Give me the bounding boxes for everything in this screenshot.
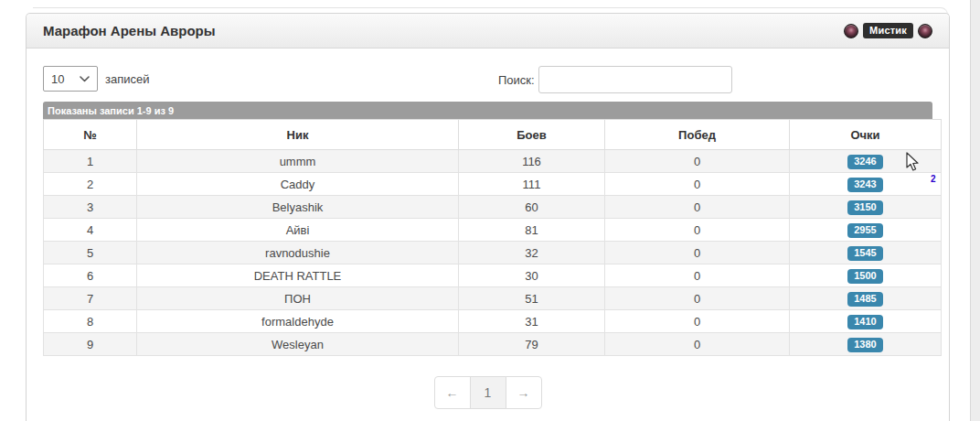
wins-cell: 0 bbox=[605, 150, 790, 173]
wins-cell: 0 bbox=[605, 310, 790, 333]
nick-cell: ravnodushie bbox=[137, 242, 459, 264]
battles-cell: 81 bbox=[459, 219, 605, 242]
points-cell: 2955 bbox=[790, 219, 942, 242]
mystic-orb-icon[interactable] bbox=[844, 24, 858, 38]
table-row: 8formaldehyde3101410 bbox=[44, 310, 942, 333]
nick-cell: DEATH RATTLE bbox=[137, 264, 459, 287]
next-page-button[interactable]: → bbox=[506, 376, 542, 409]
num-cell: 6 bbox=[44, 264, 137, 287]
num-cell: 3 bbox=[44, 196, 137, 219]
points-badge: 2955 bbox=[847, 223, 882, 238]
table-row: 4Айві8102955 bbox=[44, 219, 942, 242]
battles-cell: 116 bbox=[459, 150, 605, 173]
points-cell: 3150 bbox=[790, 196, 942, 219]
records-info-text: Показаны записи 1-9 из 9 bbox=[43, 105, 174, 116]
table-controls: 10 записей Поиск: bbox=[43, 66, 932, 93]
nick-cell: Caddy bbox=[137, 173, 459, 196]
table-row: 1ummm11603246 bbox=[44, 150, 942, 173]
points-badge: 3150 bbox=[847, 200, 882, 215]
points-badge: 1500 bbox=[847, 269, 882, 284]
nick-cell: ummm bbox=[137, 150, 459, 173]
wins-cell: 0 bbox=[605, 264, 790, 287]
column-header[interactable]: Ник bbox=[137, 120, 459, 150]
page-number-button[interactable]: 1 bbox=[470, 376, 506, 409]
wins-cell: 0 bbox=[605, 219, 790, 242]
records-info-bar: Показаны записи 1-9 из 9 bbox=[43, 102, 932, 119]
table-row: 9Wesleyan7901380 bbox=[44, 333, 942, 356]
chevron-down-icon bbox=[80, 76, 90, 82]
points-badge: 1545 bbox=[847, 246, 882, 261]
table-row: 2Caddy11103243 bbox=[44, 173, 942, 196]
battles-cell: 30 bbox=[459, 264, 605, 287]
battles-cell: 32 bbox=[459, 242, 605, 264]
panel-body: 10 записей Поиск: Показаны записи 1-9 из… bbox=[27, 66, 949, 409]
battles-cell: 31 bbox=[459, 310, 605, 333]
points-cell: 1380 bbox=[790, 333, 942, 356]
num-cell: 7 bbox=[44, 287, 137, 310]
wins-cell: 0 bbox=[605, 196, 790, 219]
points-cell: 1500 bbox=[790, 264, 942, 287]
battles-cell: 60 bbox=[459, 196, 605, 219]
points-cell: 1485 bbox=[790, 287, 942, 310]
page-size-select[interactable]: 10 bbox=[43, 66, 98, 92]
table-header-row: №НикБоевПобедОчки bbox=[44, 120, 942, 150]
column-header[interactable]: Боев bbox=[459, 120, 605, 150]
search-control: Поиск: bbox=[498, 66, 732, 93]
points-cell: 3243 bbox=[790, 173, 942, 196]
page-size-value: 10 bbox=[51, 72, 64, 86]
wins-cell: 0 bbox=[605, 173, 790, 196]
page-title: Марафон Арены Авроры bbox=[43, 23, 216, 38]
column-header[interactable]: Побед bbox=[605, 120, 790, 150]
wins-cell: 0 bbox=[605, 242, 790, 264]
leaderboard-table: №НикБоевПобедОчки 1ummm116032462Caddy111… bbox=[43, 119, 942, 356]
num-cell: 2 bbox=[44, 173, 137, 196]
num-cell: 9 bbox=[44, 333, 137, 356]
pagination: ← 1 → bbox=[43, 376, 932, 409]
column-header[interactable]: № bbox=[44, 120, 137, 150]
nick-cell: Айві bbox=[137, 219, 459, 242]
page-edge-strip bbox=[970, 0, 980, 421]
table-row: 5ravnodushie3201545 bbox=[44, 242, 942, 264]
points-cell: 1410 bbox=[790, 310, 942, 333]
nick-cell: formaldehyde bbox=[137, 310, 459, 333]
points-badge: 3243 bbox=[847, 178, 882, 192]
points-badge: 3246 bbox=[847, 155, 882, 169]
num-cell: 4 bbox=[44, 219, 137, 242]
superscript-link[interactable]: 2 bbox=[931, 174, 936, 184]
battles-cell: 79 bbox=[459, 333, 605, 356]
page-size-control: 10 записей bbox=[43, 66, 149, 92]
table-row: 3Belyashik6003150 bbox=[44, 196, 942, 219]
search-input[interactable] bbox=[538, 66, 732, 93]
nick-cell: Wesleyan bbox=[137, 333, 459, 356]
prev-page-button[interactable]: ← bbox=[434, 376, 471, 409]
panel-header-right: Мистик bbox=[844, 23, 932, 38]
table-row: 6DEATH RATTLE3001500 bbox=[44, 264, 942, 287]
num-cell: 8 bbox=[44, 310, 137, 333]
nick-cell: Belyashik bbox=[137, 196, 459, 219]
num-cell: 1 bbox=[44, 150, 137, 173]
points-badge: 1410 bbox=[847, 315, 882, 329]
column-header[interactable]: Очки bbox=[790, 120, 942, 150]
battles-cell: 51 bbox=[459, 287, 605, 310]
num-cell: 5 bbox=[44, 242, 137, 264]
wins-cell: 0 bbox=[605, 287, 790, 310]
table-row: 7ПОН5101485 bbox=[44, 287, 942, 310]
battles-cell: 111 bbox=[459, 173, 605, 196]
search-label: Поиск: bbox=[498, 73, 535, 87]
wins-cell: 0 bbox=[605, 333, 790, 356]
page-size-label: записей bbox=[105, 72, 149, 86]
marathon-panel: Марафон Арены Авроры Мистик 10 записей П… bbox=[26, 13, 950, 421]
mystic-badge[interactable]: Мистик bbox=[863, 23, 913, 38]
points-cell: 3246 bbox=[790, 150, 942, 173]
panel-header: Марафон Арены Авроры Мистик bbox=[27, 14, 949, 49]
mystic-orb-icon[interactable] bbox=[918, 24, 932, 38]
points-cell: 1545 bbox=[790, 242, 942, 264]
points-badge: 1485 bbox=[847, 292, 882, 307]
points-badge: 1380 bbox=[847, 338, 882, 352]
nick-cell: ПОН bbox=[137, 287, 459, 310]
